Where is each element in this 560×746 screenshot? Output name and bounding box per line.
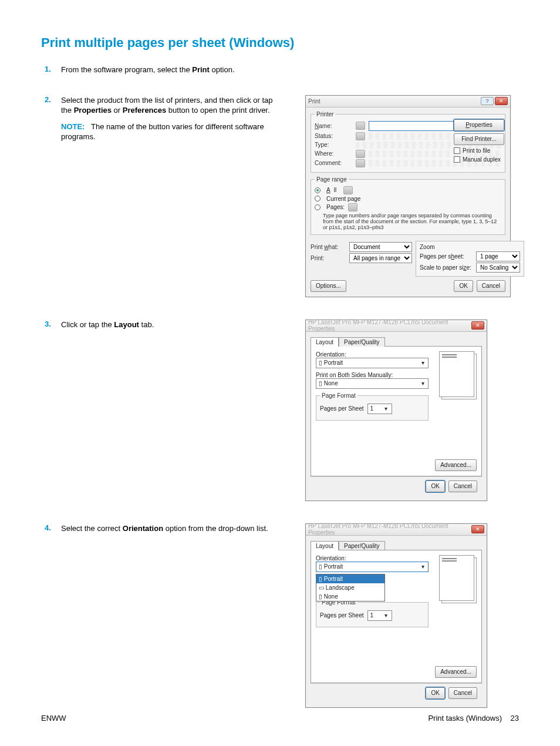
dialog-title: Print [308, 98, 321, 105]
ok-button[interactable]: OK [454, 280, 473, 292]
comment-label: Comment: [315, 160, 352, 166]
zoom-legend: Zoom [420, 244, 520, 250]
scale-select[interactable]: No Scaling [476, 263, 520, 273]
page-format-fieldset: Page Format Pages per Sheet 1▾ [316, 392, 429, 421]
close-button[interactable]: ✕ [495, 97, 508, 105]
orientation-select[interactable]: ▯ Portrait▾ [316, 562, 429, 572]
layout-tab-panel: Orientation: ▯ Portrait▾ ▯ Portrait ▭ La… [311, 550, 482, 683]
cancel-button[interactable]: Cancel [448, 480, 477, 492]
both-sides-label: Print on Both Sides Manually: [316, 372, 429, 378]
pages-per-sheet-label: Pages per Sheet [320, 405, 364, 412]
page-footer: ENWW Print tasks (Windows) 23 [41, 714, 519, 723]
pages-per-sheet-label: Pages per sheet: [420, 253, 473, 260]
step-text: Select the correct Orientation option fr… [61, 523, 282, 534]
both-sides-value: None [324, 380, 338, 387]
advanced-button[interactable]: Advanced... [435, 459, 477, 471]
footer-page-number: 23 [511, 714, 519, 723]
pages-icon [348, 203, 357, 211]
print-dialog: Print ? ✕ Printer Name: Status: Type: W [305, 95, 511, 297]
find-printer-button[interactable]: Find Printer... [454, 133, 504, 145]
step-2-mid: or [112, 106, 123, 115]
step-4-text-c: option from the drop-down list. [163, 524, 268, 533]
orientation-label: Orientation: [316, 351, 429, 358]
step-number: 4. [41, 523, 61, 534]
properties-dialog-1: HP LaserJet Pro MFP M127-M128 PCLmS Docu… [305, 320, 487, 501]
step-number: 2. [41, 95, 61, 142]
pages-per-sheet-select[interactable]: 1 page [476, 251, 520, 261]
footer-right: Print tasks (Windows) 23 [428, 714, 519, 723]
step-2-text-c: button to open the print driver. [166, 106, 269, 115]
print-what-select[interactable]: Document [349, 242, 412, 252]
tab-layout[interactable]: Layout [311, 337, 339, 347]
properties-button[interactable]: Properties [454, 119, 504, 131]
orientation-option-landscape[interactable]: ▭ Landscape [316, 583, 384, 592]
step-2-note: NOTE: The name of the button varies for … [61, 122, 282, 142]
manual-duplex-label: Manual duplex [463, 156, 501, 163]
step-1-text-c: option. [210, 65, 235, 74]
orientation-option-portrait[interactable]: ▯ Portrait [316, 574, 384, 583]
orientation-label: Orientation: [316, 555, 429, 562]
step-2-bold-1: Properties [74, 106, 112, 115]
help-button[interactable]: ? [481, 97, 494, 105]
print-to-file-checkbox[interactable]: Print to file [454, 147, 504, 154]
step-3-text-c: tab. [139, 320, 154, 329]
page-preview [439, 555, 477, 604]
pages-per-sheet-value: 1 [370, 612, 374, 619]
ok-button[interactable]: OK [426, 480, 444, 492]
print-label: Print: [311, 255, 346, 261]
pages-radio[interactable]: Pages: [315, 203, 501, 211]
current-page-label: Current page [326, 196, 360, 202]
pages-per-sheet-select[interactable]: 1▾ [367, 404, 392, 414]
manual-duplex-checkbox[interactable]: Manual duplex [454, 156, 504, 163]
page-range-fieldset: Page range All Current page Pages: Type … [311, 176, 505, 235]
printer-fieldset: Printer Name: Status: Type: Where: Comme… [311, 111, 505, 173]
chevron-down-icon: ▾ [419, 359, 427, 366]
orientation-option-none[interactable]: ▯ None [316, 592, 384, 601]
dialog-titlebar: HP LaserJet Pro MFP M127-M128 PCLmS Docu… [306, 320, 487, 332]
cancel-button[interactable]: Cancel [448, 687, 477, 699]
step-1-bold: Print [192, 65, 210, 74]
print-what-label: Print what: [311, 244, 346, 250]
page-title: Print multiple pages per sheet (Windows) [41, 35, 519, 51]
orientation-value: Portrait [324, 359, 343, 366]
close-button[interactable]: ✕ [471, 525, 484, 533]
tab-paper-quality[interactable]: Paper/Quality [339, 337, 385, 347]
step-text: From the software program, select the Pr… [61, 65, 282, 75]
options-button[interactable]: Options... [311, 280, 346, 292]
close-button[interactable]: ✕ [471, 321, 484, 330]
properties-dialog-2: HP LaserJet Pro MFP M127-M128 PCLmS Docu… [305, 523, 487, 708]
pages-hint: Type page numbers and/or page ranges sep… [323, 213, 501, 231]
note-text: The name of the button varies for differ… [61, 122, 264, 142]
dialog-titlebar: Print ? ✕ [306, 96, 510, 107]
pages-per-sheet-value: 1 [370, 405, 374, 412]
page-range-legend: Page range [315, 176, 349, 183]
ok-button[interactable]: OK [426, 687, 444, 699]
cancel-button[interactable]: Cancel [477, 280, 505, 292]
name-label: Name: [315, 123, 352, 129]
step-4-bold: Orientation [123, 524, 163, 533]
status-icon [356, 132, 365, 140]
tab-paper-quality[interactable]: Paper/Quality [339, 541, 385, 550]
dialog-titlebar: HP LaserJet Pro MFP M127-M128 PCLmS Docu… [306, 524, 487, 536]
pages-per-sheet-select[interactable]: 1▾ [367, 610, 392, 621]
advanced-button[interactable]: Advanced... [435, 666, 477, 678]
step-1-text-a: From the software program, select the [61, 65, 192, 74]
step-3-text-a: Click or tap the [61, 320, 114, 329]
both-sides-select[interactable]: ▯ None▾ [316, 378, 429, 389]
step-number: 1. [41, 65, 61, 75]
tab-layout[interactable]: Layout [311, 541, 339, 550]
scale-label: Scale to paper size: [420, 264, 473, 271]
print-range-select[interactable]: All pages in range [349, 253, 412, 263]
step-number: 3. [41, 320, 61, 330]
orientation-select[interactable]: ▯ Portrait▾ [316, 358, 429, 368]
page-preview [439, 351, 477, 401]
current-page-radio[interactable]: Current page [315, 196, 501, 202]
step-2-bold-2: Preferences [123, 106, 166, 115]
status-label: Status: [315, 133, 352, 139]
all-radio[interactable]: All [315, 186, 501, 194]
chevron-down-icon: ▾ [419, 563, 427, 570]
step-text: Click or tap the Layout tab. [61, 320, 282, 330]
range-icon [343, 186, 353, 194]
step-2: 2. Select the product from the list of p… [41, 95, 282, 142]
dialog-title: HP LaserJet Pro MFP M127-M128 PCLmS Docu… [308, 319, 471, 332]
